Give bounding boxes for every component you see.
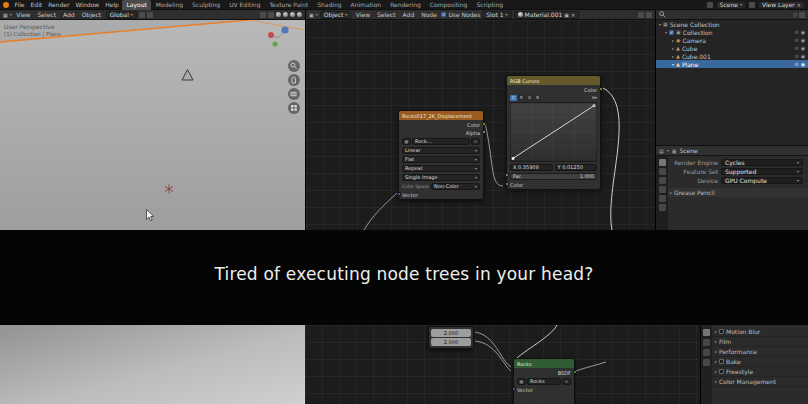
empty-object-triangle[interactable] [181,66,194,85]
editor-type-icon[interactable]: ▣ [309,12,314,18]
shader-type-dropdown[interactable]: Object ▾ [320,11,352,19]
tab-scene-icon[interactable] [703,359,710,366]
viewport-3d-bottom[interactable] [0,325,305,404]
node-title[interactable]: RGB Curves [507,76,600,85]
outliner-row-collection[interactable]: ▾ ✓ ▣ Collection ⊙ ◉ [656,28,808,36]
expand-arrow-icon[interactable]: ▸ [715,339,717,344]
feature-set-dropdown[interactable]: Supported ▾ [721,168,803,175]
interpolation-dropdown[interactable]: Linear ▾ [402,147,480,154]
shader-menu-add[interactable]: Add [400,11,417,18]
outliner-row-cube-001[interactable]: ▸ ▲ Cube.001 ⊙ ◉ [656,52,808,60]
device-dropdown[interactable]: GPU Compute ▾ [721,177,803,184]
outliner[interactable]: ▾ ▦ Scene Collection ▾ ✓ ▣ Collection ⊙ … [655,20,808,145]
zoom-tool-icon[interactable] [288,60,300,72]
grease-pencil-section[interactable]: ▸ Grease Pencil [656,188,808,197]
section-bake[interactable]: ▸ Bake [701,357,808,367]
tab-output-icon[interactable] [659,168,666,175]
outliner-row-cube[interactable]: ▸ ▲ Cube ⊙ ◉ [656,44,808,52]
proportional-edit-icon[interactable] [147,12,153,18]
node-tree-browse-icon[interactable]: ▦ [517,378,526,385]
outliner-options-icon[interactable] [799,12,805,18]
fac-input-socket[interactable] [505,173,509,177]
scene-selector[interactable]: Scene ▾ [716,1,746,9]
unlink-group-icon[interactable]: ✕ [562,378,571,385]
shading-material-icon[interactable] [290,12,295,17]
disable-in-render-icon[interactable]: ◉ [801,53,805,59]
camera-view-icon[interactable] [288,88,300,100]
expand-arrow-icon[interactable]: ▸ [715,349,717,354]
tab-render-icon[interactable] [659,159,666,166]
workspace-tab-modeling[interactable]: Modeling [152,0,187,10]
node-title[interactable]: Rocks [514,359,574,368]
extension-dropdown[interactable]: Repeat ▾ [402,165,480,172]
point-y-field[interactable]: Y 0.01250 [555,164,598,171]
viewport-menu-object[interactable]: Object [79,11,104,18]
shading-wireframe-icon[interactable] [276,12,281,17]
outliner-row-camera[interactable]: ▸ ◉ Camera ⊙ ◉ [656,36,808,44]
workspace-tab-layout[interactable]: Layout [122,0,150,10]
motion-blur-checkbox[interactable] [719,329,724,334]
tab-scene-icon[interactable] [659,186,666,193]
close-icon[interactable]: ✕ [797,2,801,8]
disable-in-render-icon[interactable]: ◉ [801,45,805,51]
viewport-menu-add[interactable]: Add [61,11,78,18]
node-title[interactable]: Rocks017_2K_Displacement [399,111,483,120]
workspace-tab-animation[interactable]: Animation [347,0,386,10]
toggle-ortho-grid-icon[interactable] [288,102,300,114]
overlays-icon[interactable] [268,12,274,18]
expand-arrow-icon[interactable]: ▸ [715,379,717,384]
value-field[interactable]: 2.000 [431,338,471,346]
transform-orientation-dropdown[interactable]: Global ▾ [106,11,137,19]
workspace-tab-shading[interactable]: Shading [313,0,345,10]
value-field[interactable]: 2.000 [431,329,471,337]
menu-help[interactable]: Help [103,1,122,8]
tab-world-icon[interactable] [659,195,666,202]
rgb-curves-node[interactable]: RGB Curves Color C R G B ⊞ ▾ [506,75,601,190]
tab-view-layer-icon[interactable] [659,177,666,184]
workspace-tab-uv-editing[interactable]: UV Editing [225,0,264,10]
section-freestyle[interactable]: ▸ Freestyle [701,367,808,377]
workspace-tab-rendering[interactable]: Rendering [386,0,425,10]
workspace-tab-scripting[interactable]: Scripting [472,0,507,10]
vector-input-socket[interactable] [397,192,401,196]
image-texture-node[interactable]: Rocks017_2K_Displacement Color Alpha ▦ R… [398,110,484,200]
snap-magnet-icon[interactable] [139,12,145,18]
tab-view-layer-icon[interactable] [703,349,710,356]
menu-window[interactable]: Window [73,1,102,8]
color-space-dropdown[interactable]: Non-Color ▾ [431,183,480,190]
curve-widget[interactable] [510,102,597,162]
editor-type-icon[interactable]: ▤ [659,148,664,154]
shader-menu-node[interactable]: Node [419,11,440,18]
shader-editor[interactable]: Rocks017_2K_Displacement Color Alpha ▦ R… [305,20,655,230]
use-nodes-checkbox[interactable]: ✓ [441,12,446,17]
properties-editor[interactable]: ▤ ▾ ▣ Scene Render Engine Cycles ▾ Featu… [655,145,808,230]
rocks-group-node[interactable]: Rocks BSDF ▦ Rocks ✕ Vector [513,358,575,404]
show-gizmo-icon[interactable] [260,12,266,18]
disable-in-render-icon[interactable]: ◉ [801,61,805,67]
outliner-row-plane-selected[interactable]: ▾ ▲ Plane ⊙ ◉ [656,60,808,68]
bsdf-output-socket[interactable] [573,370,577,374]
blender-logo-icon[interactable] [3,2,9,8]
color-output-socket[interactable] [599,87,603,91]
menu-file[interactable]: File [12,1,27,8]
snap-icon[interactable] [646,12,652,18]
image-name-field[interactable]: Rock... [412,138,470,145]
fac-slider[interactable]: Fac 1.000 [510,173,597,180]
disclosure-icon[interactable]: ▾ [659,22,661,27]
section-motion-blur[interactable]: ▸ Motion Blur [701,327,808,337]
shader-editor-bottom[interactable]: 2.000 2.000 Rocks BSDF ▦ Rocks ✕ Vector [305,325,700,404]
freestyle-checkbox[interactable] [719,369,724,374]
shader-menu-view[interactable]: View [353,11,372,18]
editor-type-icon[interactable]: ▦ [3,12,8,18]
shader-menu-select[interactable]: Select [375,11,399,18]
pin-icon[interactable] [638,12,644,18]
channel-r-button[interactable]: R [518,95,525,101]
expand-arrow-icon[interactable]: ▸ [715,369,717,374]
vector-input-socket[interactable] [512,387,516,391]
outliner-row-scene-collection[interactable]: ▾ ▦ Scene Collection [656,20,808,28]
curve-options-icon[interactable]: ▾ [595,95,597,100]
projection-dropdown[interactable]: Flat ▾ [402,156,480,163]
alpha-output-socket[interactable] [482,130,486,134]
tab-output-icon[interactable] [703,339,710,346]
section-color-management[interactable]: ▸ Color Management [701,377,808,387]
